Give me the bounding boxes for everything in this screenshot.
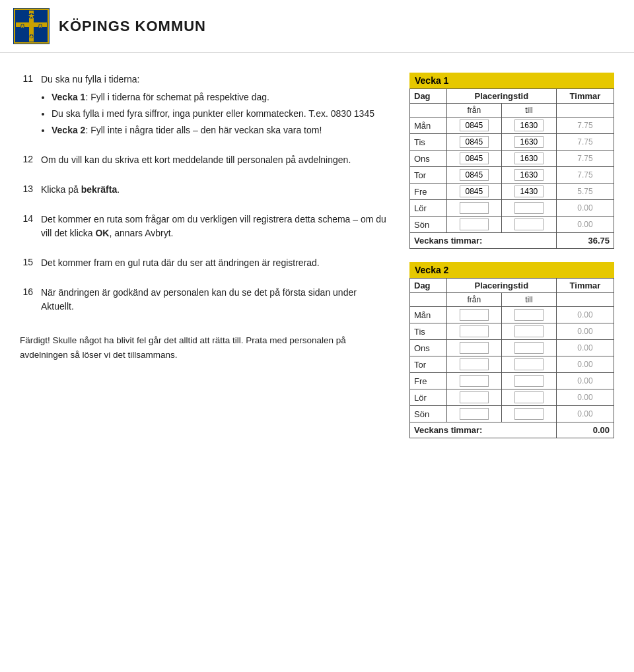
dag-cell: Mån (410, 307, 447, 323)
till-cell[interactable] (501, 406, 556, 422)
step-16-number: 16 (20, 286, 33, 297)
till-input[interactable] (514, 136, 544, 148)
fran-input[interactable] (460, 202, 489, 214)
fran-cell[interactable] (446, 406, 501, 422)
fran-input[interactable] (460, 119, 489, 131)
timmar-cell: 0.00 (556, 340, 614, 356)
table-row: Sön0.00 (410, 406, 614, 422)
fran-input[interactable] (460, 391, 489, 403)
table-row: Mån7.75 (410, 118, 614, 134)
step-12-number: 12 (20, 153, 33, 164)
till-cell[interactable] (501, 217, 556, 233)
till-cell[interactable] (501, 340, 556, 356)
sub-timmar-empty-v2 (556, 293, 614, 307)
fran-cell[interactable] (446, 167, 501, 184)
fran-cell[interactable] (446, 200, 501, 217)
fran-cell[interactable] (446, 356, 501, 373)
timmar-cell: 5.75 (556, 184, 614, 200)
dag-cell: Lör (410, 200, 447, 217)
step-13-text: Klicka på bekräfta. (41, 183, 390, 197)
dag-cell: Mån (410, 118, 447, 134)
table-row: Lör0.00 (410, 200, 614, 217)
till-input[interactable] (514, 325, 544, 337)
vecka2-table: Dag Placeringstid Timmar från till Mån0.… (409, 278, 614, 438)
table-row: Tor7.75 (410, 167, 614, 184)
dag-cell: Ons (410, 151, 447, 167)
till-cell[interactable] (501, 307, 556, 323)
table-row: Sön0.00 (410, 217, 614, 233)
step-15-text: Det kommer fram en gul ruta där du ser a… (41, 256, 390, 270)
fran-input[interactable] (460, 342, 489, 354)
fran-cell[interactable] (446, 134, 501, 151)
till-input[interactable] (514, 185, 544, 197)
till-input[interactable] (514, 309, 544, 321)
site-title: KÖPINGS KOMMUN (59, 18, 206, 35)
till-cell[interactable] (501, 389, 556, 406)
vecka1-table: Dag Placeringstid Timmar från till Mån7.… (409, 88, 614, 249)
fran-cell[interactable] (446, 340, 501, 356)
dag-cell: Tis (410, 134, 447, 151)
table-header-row: Dag Placeringstid Timmar (410, 89, 614, 104)
till-cell[interactable] (501, 373, 556, 389)
fran-input[interactable] (460, 325, 489, 337)
fran-input[interactable] (460, 185, 489, 197)
table-row: Mån0.00 (410, 307, 614, 323)
till-cell[interactable] (501, 167, 556, 184)
table-row: Fre5.75 (410, 184, 614, 200)
fran-cell[interactable] (446, 118, 501, 134)
dag-cell: Ons (410, 340, 447, 356)
col-dag-header-v2: Dag (410, 279, 447, 293)
weekly-total-row: Veckans timmar:0.00 (410, 422, 614, 438)
fran-input[interactable] (460, 375, 489, 387)
fran-cell[interactable] (446, 307, 501, 323)
till-cell[interactable] (501, 118, 556, 134)
till-input[interactable] (514, 375, 544, 387)
dag-cell: Tis (410, 323, 447, 340)
step-12-text: Om du vill kan du skriva ett kort meddel… (41, 153, 390, 167)
fran-cell[interactable] (446, 389, 501, 406)
till-input[interactable] (514, 119, 544, 131)
footer-text: Färdigt! Skulle något ha blivit fel går … (20, 333, 390, 362)
fran-input[interactable] (460, 136, 489, 148)
till-cell[interactable] (501, 184, 556, 200)
fran-input[interactable] (460, 358, 489, 370)
step-13-number: 13 (20, 183, 33, 194)
till-cell[interactable] (501, 323, 556, 340)
till-input[interactable] (514, 408, 544, 420)
till-input[interactable] (514, 169, 544, 181)
fran-input[interactable] (460, 309, 489, 321)
fran-input[interactable] (460, 152, 489, 164)
bullet-1: Vecka 1: Fyll i tiderna för schemat på r… (52, 90, 390, 104)
fran-input[interactable] (460, 169, 489, 181)
fran-cell[interactable] (446, 151, 501, 167)
timmar-cell: 7.75 (556, 167, 614, 184)
table-header-row-v2: Dag Placeringstid Timmar (410, 279, 614, 293)
till-cell[interactable] (501, 151, 556, 167)
table-row: Ons7.75 (410, 151, 614, 167)
till-input[interactable] (514, 218, 544, 230)
fran-input[interactable] (460, 408, 489, 420)
step-12-body: Om du vill kan du skriva ett kort meddel… (41, 153, 390, 171)
timmar-cell: 7.75 (556, 151, 614, 167)
fran-cell[interactable] (446, 373, 501, 389)
timmar-cell: 0.00 (556, 200, 614, 217)
fran-cell[interactable] (446, 217, 501, 233)
till-cell[interactable] (501, 134, 556, 151)
table-subheader-row: från till (410, 104, 614, 118)
vecka2-table-body: Mån0.00Tis0.00Ons0.00Tor0.00Fre0.00Lör0.… (410, 307, 614, 438)
till-cell[interactable] (501, 200, 556, 217)
fran-input[interactable] (460, 218, 489, 230)
fran-cell[interactable] (446, 184, 501, 200)
step-11: 11 Du ska nu fylla i tiderna: Vecka 1: F… (20, 73, 390, 141)
weekly-total-row: Veckans timmar:36.75 (410, 233, 614, 249)
till-cell[interactable] (501, 356, 556, 373)
col-placeringstid-header-v2: Placeringstid (446, 279, 556, 293)
till-input[interactable] (514, 202, 544, 214)
till-input[interactable] (514, 152, 544, 164)
fran-cell[interactable] (446, 323, 501, 340)
till-input[interactable] (514, 342, 544, 354)
till-input[interactable] (514, 391, 544, 403)
till-input[interactable] (514, 358, 544, 370)
main-content: 11 Du ska nu fylla i tiderna: Vecka 1: F… (0, 53, 634, 471)
dag-cell: Fre (410, 373, 447, 389)
